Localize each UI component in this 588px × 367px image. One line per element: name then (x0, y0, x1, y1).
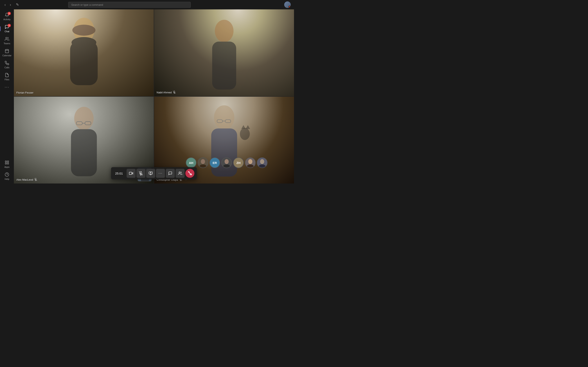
sidebar-item-calls[interactable]: Calls (0, 59, 14, 70)
chat-badge: 1 (8, 24, 11, 27)
activity-icon: 2 (5, 13, 9, 18)
participant-photo2[interactable] (221, 157, 232, 168)
call-chat-button[interactable] (166, 169, 175, 178)
svg-point-42 (201, 159, 205, 164)
search-bar (68, 2, 191, 8)
chat-icon: 1 (5, 25, 9, 30)
activity-badge: 2 (8, 12, 11, 15)
nav-buttons: ‹ › (3, 2, 12, 8)
call-controls: 25:01 (111, 167, 197, 179)
svg-rect-6 (7, 161, 9, 162)
help-icon (5, 172, 9, 177)
svg-point-30 (214, 105, 234, 130)
svg-point-20 (74, 107, 94, 130)
chat-label: Chat (4, 30, 9, 33)
svg-point-51 (260, 159, 264, 164)
svg-rect-31 (211, 128, 237, 176)
nabil-mute-icon (173, 91, 176, 94)
svg-point-35 (240, 128, 250, 140)
svg-rect-21 (71, 129, 97, 176)
help-label: Help (5, 178, 9, 180)
avatar[interactable] (284, 1, 291, 8)
participant-photo4[interactable] (257, 157, 268, 168)
video-cell-florian: Florian Feuser (14, 9, 154, 96)
files-label: Files (4, 78, 9, 81)
share-screen-button[interactable] (146, 169, 155, 178)
participants-strip: AH ER ZH (186, 157, 268, 168)
search-input[interactable] (68, 2, 191, 8)
forward-button[interactable]: › (9, 2, 12, 8)
alex-mute-icon (34, 178, 37, 182)
nabil-name: Nabil Ahmed (156, 91, 172, 94)
participant-label-nabil: Nabil Ahmed (156, 91, 176, 94)
end-call-button[interactable] (185, 169, 194, 178)
video-content: Florian Feuser Nabil Ahmed (14, 9, 294, 184)
participant-er[interactable]: ER (209, 157, 220, 168)
main-layout: 2 Activity 1 Chat Teams (0, 9, 294, 184)
er-initials: ER (213, 161, 217, 165)
more-icon: ··· (5, 85, 9, 89)
participant-label-alex: Alex MacLeod (16, 178, 37, 182)
teams-icon (5, 37, 9, 42)
sidebar-item-calendar[interactable]: Calendar (0, 47, 14, 58)
svg-marker-37 (246, 125, 250, 129)
florian-name: Florian Feuser (16, 91, 34, 94)
svg-point-14 (71, 37, 96, 48)
more-options-button[interactable]: ··· (156, 169, 165, 178)
svg-point-9 (5, 173, 9, 176)
alex-name: Alex MacLeod (16, 178, 33, 181)
sidebar-item-chat[interactable]: 1 Chat (0, 23, 14, 34)
sidebar-item-activity[interactable]: 2 Activity (0, 11, 14, 22)
participants-button[interactable] (176, 169, 185, 178)
svg-rect-8 (7, 163, 9, 164)
sidebar-item-apps[interactable]: Apps (0, 159, 14, 170)
files-icon (5, 73, 9, 78)
svg-point-15 (215, 20, 233, 42)
activity-label: Activity (3, 18, 11, 21)
svg-rect-7 (5, 163, 7, 164)
calls-label: Calls (4, 67, 9, 69)
teams-label: Teams (4, 42, 10, 45)
sidebar-item-more-options[interactable]: ··· (0, 83, 14, 91)
call-timer: 25:01 (113, 172, 126, 175)
sidebar-item-help[interactable]: Help (0, 171, 14, 182)
participant-label-florian: Florian Feuser (16, 91, 34, 94)
back-button[interactable]: ‹ (3, 2, 7, 8)
apps-label: Apps (4, 166, 9, 168)
compose-button[interactable]: ✎ (15, 2, 20, 8)
svg-point-48 (248, 159, 252, 164)
participant-ah[interactable]: AH (186, 157, 196, 168)
participant-photo1[interactable] (198, 157, 208, 168)
svg-rect-16 (212, 42, 236, 90)
video-cell-nabil: Nabil Ahmed (154, 9, 294, 96)
calls-icon (5, 61, 9, 66)
ah-initials: AH (189, 161, 193, 165)
svg-marker-53 (132, 173, 133, 174)
participant-photo3[interactable] (245, 157, 256, 168)
svg-point-0 (6, 37, 7, 39)
calendar-label: Calendar (2, 54, 12, 57)
toggle-video-button[interactable] (127, 169, 136, 178)
apps-icon (5, 160, 9, 165)
svg-point-12 (72, 25, 95, 36)
svg-rect-5 (5, 161, 7, 162)
top-bar: ‹ › ✎ (0, 0, 294, 9)
svg-point-45 (225, 159, 229, 164)
svg-rect-54 (129, 172, 132, 175)
zh-initials: ZH (236, 161, 241, 165)
sidebar-item-teams[interactable]: Teams (0, 35, 14, 46)
svg-marker-36 (241, 125, 246, 129)
toggle-mute-button[interactable] (136, 169, 145, 178)
svg-rect-1 (5, 50, 9, 53)
calendar-icon (5, 49, 9, 54)
sidebar: 2 Activity 1 Chat Teams (0, 9, 14, 184)
participant-zh[interactable]: ZH (233, 157, 244, 168)
sidebar-item-files[interactable]: Files (0, 71, 14, 82)
svg-point-62 (179, 172, 180, 173)
status-indicator (288, 6, 291, 8)
